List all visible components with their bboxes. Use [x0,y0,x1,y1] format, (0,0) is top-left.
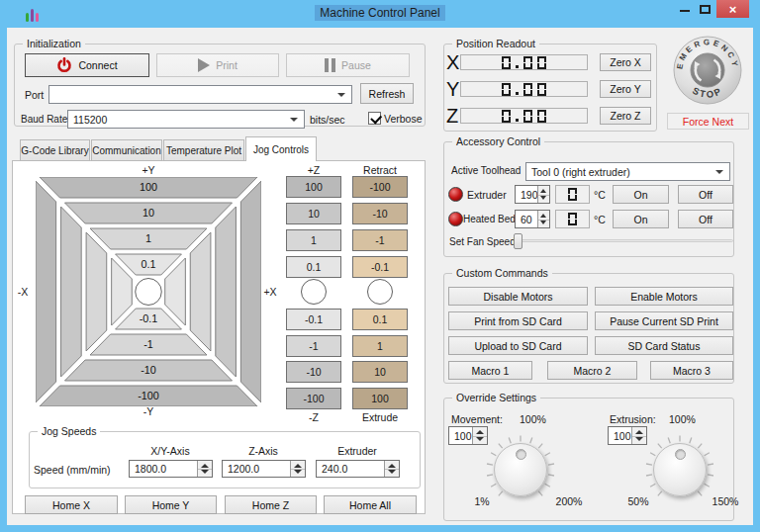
position-readout-group-label: Position Readout [452,38,539,50]
movement-knob-indicator [516,449,526,460]
jog-xy-home-circle[interactable] [136,279,162,306]
refresh-button[interactable]: Refresh [360,83,414,104]
home-z-button[interactable]: Home Z [225,495,317,514]
home-all-button[interactable]: Home All [324,495,417,514]
jog-e-home-circle[interactable] [367,279,393,305]
jog-z-plus-1[interactable]: 1 [286,229,341,251]
extruder-temp-spinner[interactable]: 190 [515,185,550,204]
baud-rate-value: 115200 [73,114,107,126]
extruder-off-button[interactable]: Off [678,185,733,204]
tab-gcode-library[interactable]: G-Code Library [20,139,90,161]
extrusion-current-label: 100% [669,413,696,425]
jog-z-minus-01[interactable]: -0.1 [286,309,341,330]
home-x-button[interactable]: Home X [25,495,118,514]
z-speed-spin-arrows[interactable] [290,461,305,477]
jog-xy-plus-x-10[interactable] [216,207,237,377]
bed-on-button[interactable]: On [613,210,669,228]
macro-1-button[interactable]: Macro 1 [448,361,532,380]
xy-speed-spin-arrows[interactable] [197,461,212,477]
close-icon: × [729,2,737,17]
client-area: Initialization Connect Print Pause Port … [7,28,753,525]
baud-rate-combobox[interactable]: 115200 [67,110,305,129]
custom-commands-group: Custom Commands Disable Motors Enable Mo… [443,273,734,384]
jog-e-extrude-1[interactable]: 1 [352,335,408,357]
verbose-checkbox[interactable] [368,112,381,125]
macro-3-button[interactable]: Macro 3 [650,361,733,380]
jog-e-retract-1[interactable]: -1 [352,229,408,251]
extruder-speed-spin-arrows[interactable] [384,461,399,477]
jog-e-retract-10[interactable]: -10 [352,203,408,224]
jog-xy-plus-x-1[interactable] [190,232,211,351]
speed-row-label: Speed (mm/min) [34,464,111,476]
enable-motors-button[interactable]: Enable Motors [595,287,733,306]
jog-e-extrude-10[interactable]: 10 [352,361,408,383]
fan-speed-slider-track[interactable] [515,239,733,242]
baud-dropdown-icon [290,118,298,122]
fan-speed-label: Set Fan Speed [449,236,516,247]
jog-xy-minus-x-10[interactable] [61,207,82,377]
extruder-temp-spin-arrows[interactable] [537,186,549,203]
movement-spinner[interactable]: 100 [448,426,488,445]
custom-commands-group-label: Custom Commands [452,267,552,280]
jog-speeds-group: Jog Speeds X/Y-Axis Z-Axis Extruder Spee… [29,431,421,488]
position-readout-group: Position Readout X Zero X Y Zero Y Z Zer… [443,44,657,132]
extruder-led-indicator [448,187,463,202]
connect-button[interactable]: Connect [25,53,149,77]
macro-2-button[interactable]: Macro 2 [547,361,637,380]
bed-temp-spinner[interactable]: 60 [515,210,550,228]
jog-e-retract-01[interactable]: -0.1 [352,256,408,278]
port-label: Port [25,89,44,101]
xy-jog-pad: 100 10 1 0.1 -0.1 -1 -10 -100 [36,177,261,406]
bed-temp-spin-arrows[interactable] [537,211,549,227]
disable-motors-button[interactable]: Disable Motors [448,287,588,306]
toolhead-dropdown-icon [715,170,723,174]
jog-e-retract-100[interactable]: -100 [352,176,408,198]
jog-plus-y-label: +Y [134,164,163,176]
jog-z-plus-01[interactable]: 0.1 [286,256,341,278]
print-from-sd-button[interactable]: Print from SD Card [448,311,588,330]
bed-temp-display [555,210,590,228]
jog-z-home-circle[interactable] [301,279,327,305]
jog-e-extrude-01[interactable]: 0.1 [352,309,408,330]
active-toolhead-combobox[interactable]: Tool 0 (right extruder) [525,162,730,181]
extrusion-knob-indicator [675,449,686,460]
upload-to-sd-button[interactable]: Upload to SD Card [448,336,588,355]
home-y-button[interactable]: Home Y [125,495,217,514]
jog-xy-minus-x-1[interactable] [86,232,107,351]
bed-off-button[interactable]: Off [678,210,733,228]
fan-speed-slider-thumb[interactable] [514,233,522,249]
jog-z-minus-100[interactable]: -100 [286,388,341,409]
jog-xy-plus-x-100[interactable] [240,181,261,402]
close-button[interactable]: × [716,0,749,18]
tab-temperature-plot[interactable]: Temperature Plot [163,139,244,161]
zero-x-button[interactable]: Zero X [600,53,651,71]
port-combobox[interactable] [48,85,352,104]
zero-y-button[interactable]: Zero Y [600,80,651,98]
jog-z-plus-10[interactable]: 10 [286,203,341,224]
jog-xy-minus-x-100[interactable] [36,181,56,402]
jog-e-extrude-100[interactable]: 100 [352,388,408,409]
z-speed-spinner[interactable]: 1200.0 [222,460,306,478]
pause-sd-print-button[interactable]: Pause Current SD Print [595,311,733,330]
window-title: Machine Control Panel [0,6,760,20]
extrusion-spinner[interactable]: 100 [608,426,647,445]
extruder-speed-spinner[interactable]: 240.0 [316,460,400,478]
refresh-label: Refresh [369,88,406,100]
jog-xy-label-m1: -1 [143,338,153,350]
pause-button[interactable]: Pause [286,53,410,77]
extruder-on-button[interactable]: On [613,185,669,204]
sd-card-status-button[interactable]: SD Card Status [595,336,733,355]
emergency-stop-button[interactable]: EMERGENCY STOP [672,35,743,106]
titlebar[interactable]: Machine Control Panel × [0,0,760,28]
tab-communication[interactable]: Communication [91,139,162,161]
print-button[interactable]: Print [156,53,279,77]
jog-z-minus-1[interactable]: -1 [286,335,341,357]
maximize-button[interactable] [694,0,717,19]
jog-z-minus-10[interactable]: -10 [286,361,341,383]
jog-xy-label-1: 1 [145,232,151,244]
jog-z-plus-100[interactable]: 100 [286,176,341,198]
zero-z-button[interactable]: Zero Z [600,107,651,125]
xy-speed-spinner[interactable]: 1800.0 [129,460,213,478]
tab-jog-controls[interactable]: Jog Controls [245,136,317,161]
force-next-button[interactable]: Force Next [667,113,749,130]
